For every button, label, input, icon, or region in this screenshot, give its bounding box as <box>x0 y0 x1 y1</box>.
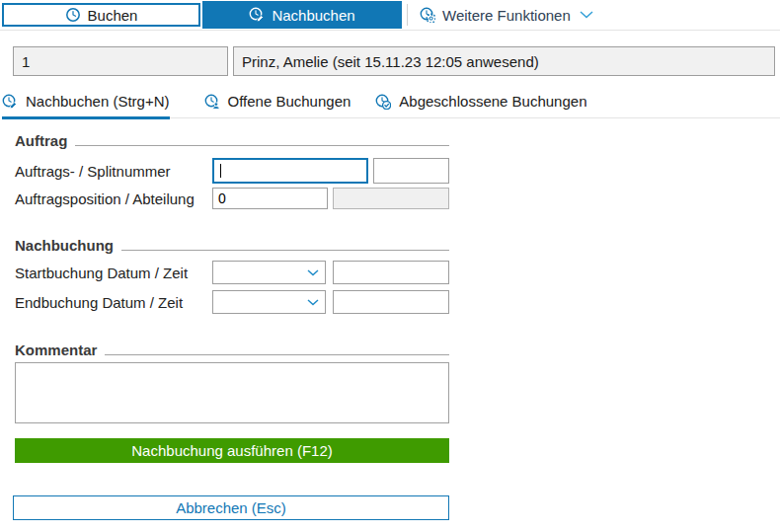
abbrechen-button[interactable]: Abbrechen (Esc) <box>13 495 449 520</box>
endbuchung-row: Endbuchung Datum / Zeit <box>15 290 449 314</box>
endbuchung-zeit-input[interactable] <box>333 290 449 314</box>
auftragsnummer-row: Auftrags- / Splitnummer <box>15 158 449 184</box>
section-auftrag: Auftrag <box>15 132 449 149</box>
kommentar-textarea[interactable] <box>15 362 449 423</box>
section-rule <box>75 145 449 146</box>
subtab-abgeschlossene-buchungen[interactable]: Abgeschlossene Buchungen <box>375 93 586 119</box>
clock-check-icon <box>375 94 391 110</box>
abteilung-input <box>333 188 449 209</box>
subtab-offene-buchungen[interactable]: Offene Buchungen <box>204 93 351 119</box>
tab-nachbuchen[interactable]: Nachbuchen <box>202 1 402 29</box>
text-caret <box>220 164 221 178</box>
clock-edit-icon <box>2 94 18 110</box>
employee-name: Prinz, Amelie (seit 15.11.23 12:05 anwes… <box>242 53 539 70</box>
top-tab-bar: Buchen Nachbuchen Weitere Funktionen <box>0 0 780 31</box>
startbuchung-zeit-input[interactable] <box>333 261 449 284</box>
section-kommentar: Kommentar <box>15 342 449 358</box>
section-nachbuchung: Nachbuchung <box>15 237 449 254</box>
subtab-offene-label: Offene Buchungen <box>228 93 351 110</box>
employee-number-field: 1 <box>13 46 228 76</box>
auftragsnummer-label: Auftrags- / Splitnummer <box>15 163 212 180</box>
auftragsnummer-input[interactable] <box>214 160 366 182</box>
auftragsposition-row: Auftragsposition / Abteilung <box>15 188 449 209</box>
toolbar-divider <box>407 4 408 26</box>
startbuchung-label: Startbuchung Datum / Zeit <box>15 265 212 281</box>
auftragsposition-input[interactable] <box>212 188 328 209</box>
section-nachbuchung-title: Nachbuchung <box>15 237 114 254</box>
clock-user-icon <box>204 94 220 110</box>
tab-buchen[interactable]: Buchen <box>2 3 200 27</box>
startbuchung-row: Startbuchung Datum / Zeit <box>15 261 449 284</box>
section-rule <box>105 354 449 355</box>
auftragsposition-label: Auftragsposition / Abteilung <box>15 190 212 207</box>
chevron-down-icon <box>580 11 593 19</box>
section-rule <box>121 250 449 251</box>
auftragsnummer-input-wrap <box>212 158 368 184</box>
tab-buchen-label: Buchen <box>88 7 138 24</box>
weitere-funktionen-menu[interactable]: Weitere Funktionen <box>416 1 597 29</box>
clock-icon <box>65 7 81 23</box>
chevron-down-icon <box>307 299 319 306</box>
chevron-down-icon <box>307 269 319 276</box>
clock-edit-icon <box>249 7 265 23</box>
clock-gear-icon <box>420 7 435 23</box>
nachbuchen-form: Auftrag Auftrags- / Splitnummer Auftrags… <box>0 132 449 520</box>
section-auftrag-title: Auftrag <box>15 132 67 149</box>
nachbuchung-ausfuehren-button[interactable]: Nachbuchung ausführen (F12) <box>15 438 449 463</box>
subtab-nachbuchen[interactable]: Nachbuchen (Strg+N) <box>2 93 170 119</box>
subtab-nachbuchen-label: Nachbuchen (Strg+N) <box>26 93 170 110</box>
subtab-bar: Nachbuchen (Strg+N) Offene Buchungen Abg… <box>2 93 780 118</box>
employee-number: 1 <box>22 53 30 70</box>
section-kommentar-title: Kommentar <box>15 342 97 358</box>
tab-nachbuchen-label: Nachbuchen <box>272 7 354 24</box>
subtab-abgeschlossene-label: Abgeschlossene Buchungen <box>399 93 586 110</box>
employee-name-field: Prinz, Amelie (seit 15.11.23 12:05 anwes… <box>233 46 775 76</box>
employee-row: 1 Prinz, Amelie (seit 15.11.23 12:05 anw… <box>13 46 775 76</box>
startbuchung-datum-select[interactable] <box>212 261 326 284</box>
weitere-funktionen-label: Weitere Funktionen <box>442 7 571 24</box>
endbuchung-datum-select[interactable] <box>212 290 326 314</box>
splitnummer-input[interactable] <box>373 158 449 184</box>
endbuchung-label: Endbuchung Datum / Zeit <box>15 294 212 311</box>
